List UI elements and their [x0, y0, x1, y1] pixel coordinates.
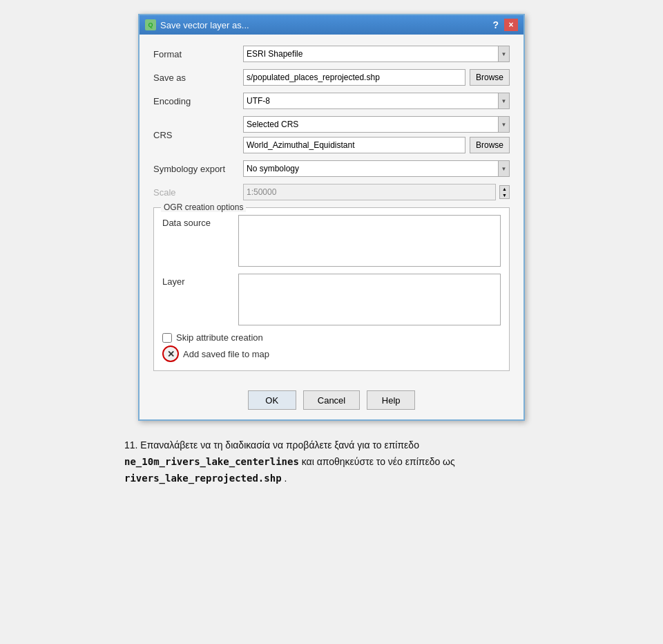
symbology-control: No symbology ▼ [243, 160, 510, 177]
save-as-label: Save as [153, 73, 243, 83]
scale-input [243, 184, 496, 200]
dialog-title: Save vector layer as... [160, 20, 249, 30]
scale-row: Scale ▲ ▼ [153, 184, 510, 200]
data-source-label: Data source [162, 215, 238, 228]
dialog-wrapper: Q Save vector layer as... ? × Format ESR… [0, 14, 663, 486]
save-vector-dialog: Q Save vector layer as... ? × Format ESR… [138, 14, 525, 421]
crs-row: CRS Selected CRS ▼ Browse [153, 116, 510, 153]
encoding-control: UTF-8 ▼ [243, 93, 510, 109]
close-button[interactable]: × [504, 19, 518, 31]
scale-stepper[interactable]: ▲ ▼ [499, 185, 510, 199]
save-as-control: Browse [243, 69, 510, 86]
ogr-group-box: OGR creation options Data source Layer S… [153, 207, 510, 371]
format-label: Format [153, 49, 243, 59]
footer-text1: Επαναλάβετε να τη διαδικασία να προβάλετ… [140, 439, 419, 451]
save-as-input[interactable] [243, 69, 465, 86]
dialog-buttons: OK Cancel Help [140, 385, 523, 419]
format-select[interactable]: ESRI Shapefile ▼ [243, 46, 510, 62]
crs-dropdown[interactable]: Selected CRS ▼ [243, 116, 510, 133]
footer-text: 11. Επαναλάβετε να τη διαδικασία να προβ… [124, 437, 539, 486]
skip-attribute-label: Skip attribute creation [176, 332, 263, 343]
crs-control: Selected CRS ▼ Browse [243, 116, 510, 153]
title-help-label[interactable]: ? [490, 19, 501, 30]
layer-label: Layer [162, 274, 238, 287]
skip-attribute-row: Skip attribute creation [162, 332, 501, 343]
crs-dropdown-arrow-icon: ▼ [498, 117, 509, 132]
format-value: ESRI Shapefile [247, 49, 498, 59]
encoding-value: UTF-8 [247, 96, 498, 106]
add-to-map-button[interactable]: ✕ [162, 345, 179, 362]
title-bar: Q Save vector layer as... ? × [140, 15, 523, 35]
step-number: 11. [124, 439, 137, 451]
cancel-button[interactable]: Cancel [303, 390, 360, 410]
dialog-content: Format ESRI Shapefile ▼ Save as Browse [140, 35, 523, 385]
crs-dropdown-value: Selected CRS [247, 120, 498, 129]
crs-text-row: Browse [243, 137, 510, 153]
footer-monospace2: rivers_lake_reprojected.shp [124, 473, 282, 484]
symbology-row: Symbology export No symbology ▼ [153, 160, 510, 177]
encoding-arrow-icon: ▼ [498, 93, 509, 108]
format-control: ESRI Shapefile ▼ [243, 46, 510, 62]
encoding-row: Encoding UTF-8 ▼ [153, 93, 510, 109]
encoding-select[interactable]: UTF-8 ▼ [243, 93, 510, 109]
footer-period: . [284, 473, 287, 484]
qgis-icon: Q [145, 19, 156, 30]
data-source-row: Data source [162, 215, 501, 267]
title-bar-left: Q Save vector layer as... [145, 19, 249, 30]
format-row: Format ESRI Shapefile ▼ [153, 46, 510, 62]
ok-button[interactable]: OK [248, 390, 296, 410]
layer-textarea[interactable] [238, 274, 501, 325]
crs-text-input[interactable] [243, 137, 465, 153]
add-to-map-label: Add saved file to map [183, 349, 269, 359]
footer-text2: και αποθηκεύστε το νέο επίπεδο ως [302, 456, 455, 467]
scale-label: Scale [153, 187, 243, 198]
crs-section: Selected CRS ▼ Browse [243, 116, 510, 153]
crs-browse-button[interactable]: Browse [470, 137, 510, 153]
symbology-arrow-icon: ▼ [498, 161, 509, 176]
symbology-label: Symbology export [153, 164, 243, 174]
title-bar-controls: ? × [490, 19, 518, 31]
skip-attribute-checkbox[interactable] [162, 333, 172, 343]
encoding-label: Encoding [153, 96, 243, 106]
format-arrow-icon: ▼ [498, 46, 509, 61]
scale-up-icon[interactable]: ▲ [500, 186, 509, 192]
scale-down-icon[interactable]: ▼ [500, 192, 509, 198]
symbology-value: No symbology [247, 164, 498, 173]
layer-row: Layer [162, 274, 501, 325]
ogr-section-title: OGR creation options [161, 202, 246, 212]
data-source-textarea[interactable] [238, 215, 501, 267]
scale-control: ▲ ▼ [243, 184, 510, 200]
crs-label: CRS [153, 130, 243, 140]
save-as-browse-button[interactable]: Browse [470, 69, 510, 86]
symbology-select[interactable]: No symbology ▼ [243, 160, 510, 177]
footer-monospace1: ne_10m_rivers_lake_centerlines [124, 456, 299, 467]
save-as-row: Save as Browse [153, 69, 510, 86]
help-button[interactable]: Help [367, 390, 415, 410]
add-to-map-row: ✕ Add saved file to map [162, 345, 501, 362]
